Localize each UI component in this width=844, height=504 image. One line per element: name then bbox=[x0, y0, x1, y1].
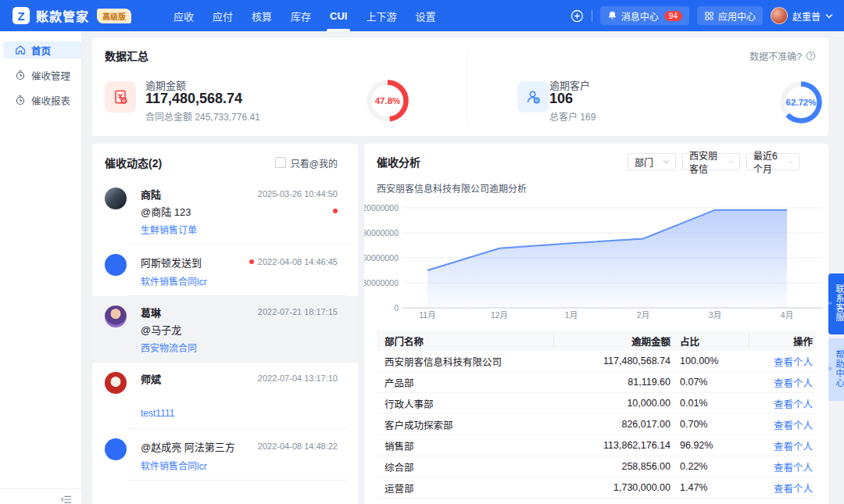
feed-related-doc-link[interactable]: 软件销售合同lcr bbox=[141, 273, 338, 288]
ratio: 96.92% bbox=[671, 440, 749, 451]
nav-item-核算[interactable]: 核算 bbox=[242, 0, 281, 31]
svg-text:0: 0 bbox=[394, 303, 399, 313]
feed-related-doc-link[interactable]: 软件销售合同lcr bbox=[141, 457, 338, 473]
feed-timestamp: 2022-04-08 14:48:22 bbox=[258, 441, 338, 451]
metric-value: 117,480,568.74 bbox=[145, 91, 242, 107]
svg-text:30000000: 30000000 bbox=[364, 278, 399, 288]
user-menu[interactable]: 赵重普 bbox=[771, 7, 833, 24]
plus-circle-icon[interactable] bbox=[570, 9, 584, 23]
table-row: 客户成功探索部826,017.000.70%查看个人 bbox=[377, 414, 816, 435]
table-row: 销售部113,862,176.1496.92%查看个人 bbox=[377, 435, 816, 456]
data-inaccurate-link[interactable]: 数据不准确? bbox=[749, 49, 816, 63]
sidebar-item-首页[interactable]: 首页 bbox=[3, 41, 81, 59]
timer-icon bbox=[15, 70, 31, 80]
feed-item[interactable]: 葛琳2022-07-21 18:17:15@马子龙西安物流合同 bbox=[92, 296, 358, 363]
svg-text:120000000: 120000000 bbox=[364, 203, 399, 213]
sidebar-item-催收报表[interactable]: 催收报表 bbox=[3, 91, 81, 109]
collection-feed-panel: 催收动态(2) 只看@我的 商陆2025-03-26 10:44:50@商陆 1… bbox=[92, 144, 358, 504]
bell-icon bbox=[607, 10, 617, 21]
nav-item-应付[interactable]: 应付 bbox=[203, 0, 242, 31]
only-mention-me-filter[interactable]: 只看@我的 bbox=[275, 156, 338, 170]
view-individual-link[interactable]: 查看个人 bbox=[774, 420, 813, 431]
main-nav: 应收应付核算库存CUI上下游设置 bbox=[164, 0, 445, 31]
unread-dot bbox=[249, 259, 254, 264]
col-dept: 部门名称 bbox=[377, 334, 553, 349]
feed-related-doc-link[interactable]: 生鲜销售订单 bbox=[141, 221, 338, 237]
nav-item-设置[interactable]: 设置 bbox=[406, 0, 445, 31]
feed-content: @赵成亮 阿法第三方 bbox=[141, 439, 235, 454]
avatar bbox=[105, 188, 127, 209]
feed-related-doc-link[interactable]: 西安物流合同 bbox=[141, 339, 338, 355]
metric-donut: 47.8% bbox=[367, 80, 409, 122]
overdue-amount: 81,119.60 bbox=[553, 377, 671, 388]
nav-item-CUI[interactable]: CUI bbox=[320, 0, 356, 31]
filter-select-最近6个月[interactable]: 最近6个月 bbox=[746, 153, 799, 170]
contact-support-button[interactable]: 联系客服 bbox=[828, 273, 844, 334]
metric-donut: 62.72% bbox=[780, 81, 822, 123]
help-center-label: 帮助中心 bbox=[835, 350, 844, 388]
message-center-label: 消息中心 bbox=[621, 9, 659, 23]
app-logo[interactable]: Z 账款管家 bbox=[13, 6, 89, 25]
metric-value: 106 bbox=[549, 91, 573, 107]
filter-select-部门[interactable]: 部门 bbox=[628, 153, 676, 170]
only-mention-me-checkbox[interactable] bbox=[275, 157, 286, 168]
view-individual-link[interactable]: 查看个人 bbox=[774, 399, 813, 410]
feed-item[interactable]: @赵成亮 阿法第三方2022-04-08 14:48:22软件销售合同lcr bbox=[92, 429, 358, 481]
help-question-icon bbox=[828, 364, 832, 374]
ratio: 0.22% bbox=[671, 461, 749, 472]
overdue-trend-chart: 030000000600000009000000012000000011月12月… bbox=[364, 198, 828, 321]
metric-subtext: 总客户 169 bbox=[549, 109, 595, 123]
sidebar-item-label: 催收管理 bbox=[31, 68, 70, 83]
feed-content: @马子龙 bbox=[141, 322, 181, 337]
table-row: 运营部1,730,000.001.47%查看个人 bbox=[377, 477, 816, 499]
sidebar-item-label: 催收报表 bbox=[31, 93, 70, 108]
analysis-filters: 部门西安朋客信最近6个月 bbox=[628, 153, 799, 170]
nav-item-库存[interactable]: 库存 bbox=[281, 0, 320, 31]
ratio: 0.01% bbox=[671, 398, 749, 409]
nav-item-上下游[interactable]: 上下游 bbox=[356, 0, 406, 31]
view-individual-link[interactable]: 查看个人 bbox=[774, 441, 813, 452]
feed-related-doc-link[interactable]: test1111 bbox=[141, 406, 338, 421]
help-center-button[interactable]: 帮助中心 bbox=[828, 338, 844, 401]
svg-text:2月: 2月 bbox=[637, 310, 649, 320]
summary-divider bbox=[467, 48, 468, 125]
feed-item[interactable]: 师斌2022-07-04 13:17:10test1111 bbox=[92, 363, 358, 429]
data-inaccurate-label: 数据不准确? bbox=[749, 49, 802, 63]
dept-name: 总经办 bbox=[377, 502, 553, 504]
select-value: 部门 bbox=[635, 155, 653, 169]
app-title: 账款管家 bbox=[36, 6, 89, 25]
message-center-button[interactable]: 消息中心 94 bbox=[600, 6, 689, 25]
dept-name: 客户成功探索部 bbox=[377, 417, 553, 432]
sidebar-item-催收管理[interactable]: 催收管理 bbox=[3, 66, 81, 84]
nav-divider bbox=[592, 10, 592, 21]
view-individual-link[interactable]: 查看个人 bbox=[774, 463, 813, 474]
dept-name: 西安朋客信息科技有限公司 bbox=[377, 354, 553, 369]
chevron-down-icon bbox=[825, 13, 833, 19]
question-circle-icon bbox=[806, 51, 816, 61]
feed-timestamp: 2022-04-08 14:46:45 bbox=[249, 257, 338, 266]
svg-text:1月: 1月 bbox=[565, 310, 578, 320]
feed-item[interactable]: 商陆2025-03-26 10:44:50@商陆 123生鲜销售订单 bbox=[92, 178, 358, 245]
view-individual-link[interactable]: 查看个人 bbox=[774, 357, 813, 368]
view-individual-link[interactable]: 查看个人 bbox=[774, 484, 813, 495]
nav-item-应收[interactable]: 应收 bbox=[164, 0, 203, 31]
select-value: 最近6个月 bbox=[753, 148, 784, 175]
table-row: 总经办712,400.000.61%查看个人 bbox=[377, 499, 816, 504]
table-header-row: 部门名称逾期金额占比操作 bbox=[377, 331, 816, 351]
unread-dot bbox=[333, 209, 338, 213]
feed-user-name: 商陆 bbox=[141, 187, 161, 202]
filter-select-西安朋客信[interactable]: 西安朋客信 bbox=[682, 153, 740, 170]
feed-user-name: 师斌 bbox=[141, 371, 161, 386]
feed-timestamp: 2022-07-04 13:17:10 bbox=[258, 374, 338, 383]
analysis-title: 催收分析 bbox=[377, 154, 420, 170]
app-center-button[interactable]: 应用中心 bbox=[697, 6, 763, 25]
feed-user-name: 葛琳 bbox=[141, 305, 161, 320]
overdue-amount: 10,000.00 bbox=[553, 398, 671, 409]
ratio: 100.00% bbox=[671, 356, 749, 366]
feed-timestamp: 2022-07-21 18:17:15 bbox=[258, 307, 338, 316]
view-individual-link[interactable]: 查看个人 bbox=[774, 378, 813, 389]
sidebar-item-label: 首页 bbox=[31, 43, 51, 58]
avatar bbox=[105, 254, 127, 276]
feed-item[interactable]: 阿斯顿发送到2022-04-08 14:46:45软件销售合同lcr bbox=[92, 245, 358, 296]
collapse-sidebar-icon[interactable] bbox=[61, 492, 72, 502]
